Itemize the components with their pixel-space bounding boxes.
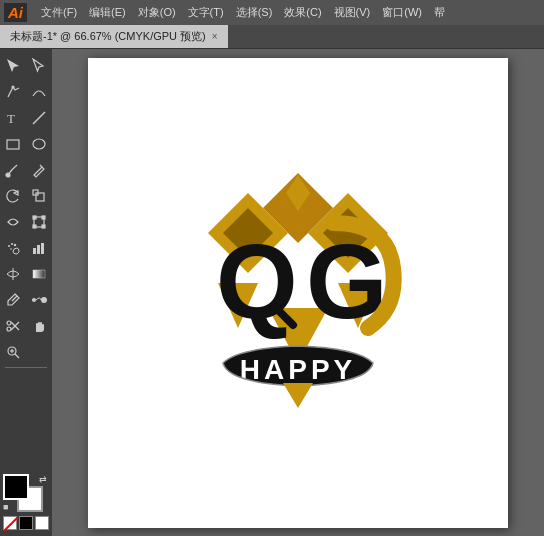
tab-bar: 未标题-1* @ 66.67% (CMYK/GPU 预览) × [0, 25, 544, 49]
tool-row-select [0, 53, 52, 79]
svg-line-2 [33, 112, 45, 124]
black-swatch[interactable] [19, 516, 33, 530]
rectangle-tool[interactable] [0, 131, 26, 157]
tool-row-pen [0, 79, 52, 105]
pen-tool[interactable] [0, 79, 26, 105]
color-area: ⇄ ■ [0, 470, 52, 536]
canvas-area: Q G HAPPY [52, 49, 544, 536]
toolbar: T [0, 49, 52, 536]
svg-rect-17 [33, 248, 36, 254]
svg-point-22 [32, 298, 36, 302]
svg-rect-6 [36, 193, 44, 201]
menu-select[interactable]: 选择(S) [230, 3, 279, 22]
logo-artwork: Q G HAPPY [158, 153, 438, 433]
reset-colors-icon[interactable]: ■ [3, 502, 8, 512]
column-graph-tool[interactable] [26, 235, 52, 261]
svg-point-14 [11, 243, 13, 245]
tool-row-symbol [0, 235, 52, 261]
tool-row-warp [0, 209, 52, 235]
pencil-tool[interactable] [26, 157, 52, 183]
foreground-color-swatch[interactable] [3, 474, 29, 500]
curvature-tool[interactable] [26, 79, 52, 105]
svg-rect-12 [42, 225, 45, 228]
swap-colors-icon[interactable]: ⇄ [39, 474, 47, 484]
symbol-spray-tool[interactable] [0, 235, 26, 261]
svg-rect-10 [42, 216, 45, 219]
zoom-tool[interactable] [0, 339, 26, 365]
tool-row-shape [0, 131, 52, 157]
free-transform-tool[interactable] [26, 209, 52, 235]
tool-row-eyedropper [0, 287, 52, 313]
svg-line-29 [15, 354, 19, 358]
tool-row-mesh [0, 261, 52, 287]
svg-rect-18 [37, 245, 40, 254]
svg-point-4 [33, 139, 45, 149]
menu-file[interactable]: 文件(F) [35, 3, 83, 22]
none-swatch[interactable] [3, 516, 17, 530]
svg-rect-19 [41, 243, 44, 254]
app-logo: Ai [4, 3, 27, 22]
menu-bar: Ai 文件(F) 编辑(E) 对象(O) 文字(T) 选择(S) 效果(C) 视… [0, 0, 544, 25]
svg-rect-3 [7, 140, 19, 149]
toolbar-separator [5, 367, 47, 368]
svg-point-23 [41, 297, 47, 303]
menu-window[interactable]: 窗口(W) [376, 3, 428, 22]
menu-edit[interactable]: 编辑(E) [83, 3, 132, 22]
mesh-tool[interactable] [0, 261, 26, 287]
svg-rect-11 [33, 225, 36, 228]
svg-rect-9 [33, 216, 36, 219]
menu-type[interactable]: 文字(T) [182, 3, 230, 22]
document-tab[interactable]: 未标题-1* @ 66.67% (CMYK/GPU 预览) × [0, 25, 228, 48]
svg-text:T: T [7, 111, 15, 126]
blend-tool[interactable] [26, 287, 52, 313]
scale-tool[interactable] [26, 183, 52, 209]
svg-rect-20 [33, 270, 45, 278]
tool-row-transform [0, 183, 52, 209]
warp-tool[interactable] [0, 209, 26, 235]
tab-label: 未标题-1* @ 66.67% (CMYK/GPU 预览) [10, 29, 206, 44]
tool-row-type: T [0, 105, 52, 131]
svg-point-13 [8, 245, 10, 247]
svg-point-0 [12, 86, 14, 88]
svg-point-25 [7, 327, 11, 331]
line-tool[interactable] [26, 105, 52, 131]
svg-point-15 [14, 244, 16, 246]
menu-object[interactable]: 对象(O) [132, 3, 182, 22]
menu-help[interactable]: 帮 [428, 3, 451, 22]
extra-swatches [3, 516, 49, 530]
svg-point-24 [7, 321, 11, 325]
eyedropper-tool[interactable] [0, 287, 26, 313]
svg-point-5 [6, 173, 10, 177]
svg-line-32 [4, 517, 18, 531]
paintbrush-tool[interactable] [0, 157, 26, 183]
svg-text:HAPPY: HAPPY [240, 354, 356, 385]
color-swatches: ⇄ ■ [3, 474, 47, 512]
white-swatch[interactable] [35, 516, 49, 530]
selection-tool[interactable] [0, 53, 26, 79]
direct-selection-tool[interactable] [26, 53, 52, 79]
type-tool[interactable]: T [0, 105, 26, 131]
svg-text:Q: Q [216, 223, 294, 340]
scissors-tool[interactable] [0, 313, 26, 339]
document-canvas: Q G HAPPY [88, 58, 508, 528]
menu-view[interactable]: 视图(V) [328, 3, 377, 22]
ellipse-tool[interactable] [26, 131, 52, 157]
tab-close-button[interactable]: × [212, 31, 218, 42]
tool-row-scissors [0, 313, 52, 339]
rotate-tool[interactable] [0, 183, 26, 209]
hand-tool[interactable] [26, 313, 52, 339]
menu-effect[interactable]: 效果(C) [278, 3, 327, 22]
tool-row-zoom [0, 339, 52, 365]
main-area: T [0, 49, 544, 536]
gradient-tool[interactable] [26, 261, 52, 287]
tool-row-paint [0, 157, 52, 183]
svg-point-16 [10, 248, 12, 250]
svg-marker-45 [283, 383, 313, 408]
